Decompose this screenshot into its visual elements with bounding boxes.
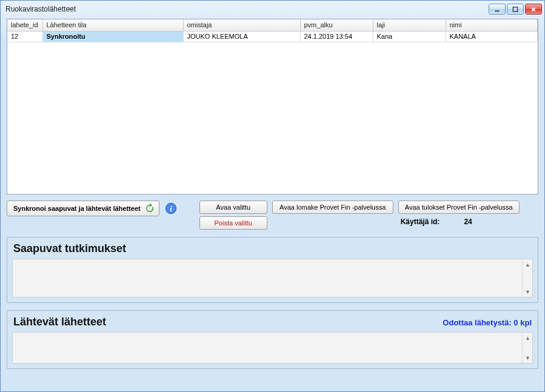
open-form-button[interactable]: Avaa lomake Provet Fin -palvelussa (272, 201, 393, 214)
maximize-icon (512, 6, 519, 13)
maximize-button[interactable] (507, 4, 524, 15)
delete-selected-button[interactable]: Poista valittu (199, 216, 267, 230)
center-button-group: Avaa valittu Poista valittu (199, 201, 267, 230)
window-title: Ruokavirastolähetteet (5, 5, 76, 13)
refresh-icon (144, 203, 155, 214)
cell-species: Kana (373, 31, 446, 42)
column-header-status[interactable]: Lähetteen tila (42, 19, 183, 31)
incoming-header: Saapuvat tutkimukset (12, 240, 533, 259)
scroll-up-icon[interactable]: ▲ (523, 259, 533, 270)
cell-date: 24.1.2019 13:54 (300, 31, 373, 42)
data-table: lahete_id Lähetteen tila omistaja pvm_al… (7, 19, 538, 42)
scroll-down-icon[interactable]: ▼ (523, 353, 533, 363)
incoming-section: Saapuvat tutkimukset ▲ ▼ (7, 237, 538, 303)
outgoing-body[interactable]: ▲ ▼ (12, 332, 533, 364)
user-id-label: Käyttäjä id: (401, 218, 440, 226)
close-button[interactable] (525, 4, 542, 15)
column-header-owner[interactable]: omistaja (183, 19, 300, 31)
right-button-group: Avaa tulokset Provet Fin -palvelussa Käy… (398, 201, 520, 226)
titlebar[interactable]: Ruokavirastolähetteet (1, 1, 544, 18)
cell-owner: JOUKO KLEEMOLA (183, 31, 300, 42)
svg-text:i: i (170, 205, 172, 213)
minimize-icon (493, 6, 501, 13)
outgoing-title: Lähtevät lähetteet (13, 316, 106, 328)
info-icon[interactable]: i (164, 202, 178, 215)
close-icon (530, 6, 537, 13)
open-selected-button[interactable]: Avaa valittu (199, 201, 267, 214)
window-controls (489, 4, 542, 15)
scrollbar[interactable]: ▲ ▼ (522, 333, 532, 363)
outgoing-status: Odottaa lähetystä: 0 kpl (443, 318, 532, 327)
column-header-name[interactable]: nimi (446, 19, 538, 31)
app-window: Ruokavirastolähetteet lahete_id Lähettee… (0, 0, 545, 392)
scrollbar[interactable]: ▲ ▼ (522, 259, 532, 297)
incoming-body[interactable]: ▲ ▼ (12, 259, 533, 297)
cell-id: 12 (7, 31, 42, 42)
sync-button[interactable]: Synkronoi saapuvat ja lähtevät lähetteet (7, 201, 159, 216)
column-header-date[interactable]: pvm_alku (300, 19, 373, 31)
table-row[interactable]: 12 Synkronoitu JOUKO KLEEMOLA 24.1.2019 … (7, 31, 538, 42)
open-results-button[interactable]: Avaa tulokset Provet Fin -palvelussa (398, 201, 520, 214)
toolbar: Synkronoi saapuvat ja lähtevät lähetteet… (7, 201, 538, 230)
outgoing-section: Lähtevät lähetteet Odottaa lähetystä: 0 … (7, 310, 538, 369)
svg-rect-0 (495, 10, 499, 12)
outgoing-header: Lähtevät lähetteet Odottaa lähetystä: 0 … (12, 313, 533, 332)
incoming-title: Saapuvat tutkimukset (13, 242, 126, 255)
user-id-value: 24 (464, 218, 472, 226)
cell-name: KANALA (446, 31, 538, 42)
column-header-id[interactable]: lahete_id (7, 19, 42, 31)
sync-button-label: Synkronoi saapuvat ja lähtevät lähetteet (13, 205, 141, 212)
scroll-up-icon[interactable]: ▲ (523, 333, 533, 343)
cell-status: Synkronoitu (42, 31, 183, 42)
minimize-button[interactable] (489, 4, 506, 15)
user-id-row: Käyttäjä id: 24 (398, 218, 520, 226)
data-grid[interactable]: lahete_id Lähetteen tila omistaja pvm_al… (7, 19, 538, 194)
scroll-down-icon[interactable]: ▼ (523, 287, 533, 297)
column-header-species[interactable]: laji (373, 19, 446, 31)
content-area: lahete_id Lähetteen tila omistaja pvm_al… (7, 19, 538, 385)
svg-rect-1 (513, 7, 517, 11)
